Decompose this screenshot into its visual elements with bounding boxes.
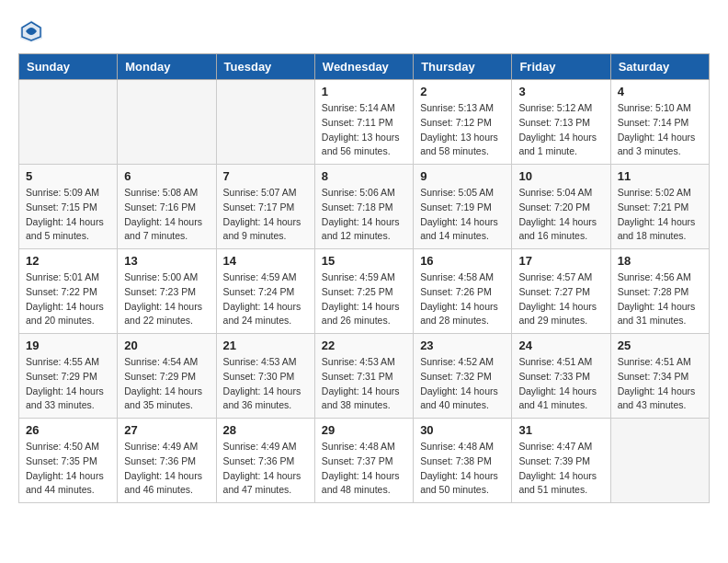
day-number: 9	[420, 169, 505, 183]
day-info: Sunrise: 4:52 AMSunset: 7:32 PMDaylight:…	[420, 355, 505, 413]
calendar-cell: 19Sunrise: 4:55 AMSunset: 7:29 PMDayligh…	[19, 334, 118, 419]
calendar-cell: 20Sunrise: 4:54 AMSunset: 7:29 PMDayligh…	[118, 334, 216, 419]
calendar-cell: 30Sunrise: 4:48 AMSunset: 7:38 PMDayligh…	[414, 419, 512, 503]
day-info: Sunrise: 4:51 AMSunset: 7:33 PMDaylight:…	[518, 355, 603, 413]
day-number: 11	[618, 169, 702, 183]
day-number: 28	[223, 423, 308, 437]
calendar-cell: 10Sunrise: 5:04 AMSunset: 7:20 PMDayligh…	[512, 165, 610, 249]
day-info: Sunrise: 5:05 AMSunset: 7:19 PMDaylight:…	[420, 186, 505, 244]
logo-icon	[18, 18, 44, 44]
day-info: Sunrise: 5:02 AMSunset: 7:21 PMDaylight:…	[618, 186, 702, 244]
day-info: Sunrise: 4:55 AMSunset: 7:29 PMDaylight:…	[26, 355, 110, 413]
calendar-cell: 16Sunrise: 4:58 AMSunset: 7:26 PMDayligh…	[414, 249, 512, 334]
day-number: 1	[322, 85, 406, 98]
day-info: Sunrise: 4:59 AMSunset: 7:24 PMDaylight:…	[223, 270, 308, 328]
weekday-header: Sunday	[19, 54, 118, 80]
calendar-cell: 26Sunrise: 4:50 AMSunset: 7:35 PMDayligh…	[19, 419, 118, 503]
weekday-header: Tuesday	[216, 54, 314, 80]
day-number: 29	[322, 423, 406, 437]
day-info: Sunrise: 5:14 AMSunset: 7:11 PMDaylight:…	[322, 101, 406, 159]
day-info: Sunrise: 5:00 AMSunset: 7:23 PMDaylight:…	[124, 270, 209, 328]
day-number: 14	[223, 254, 308, 268]
calendar-week-row: 26Sunrise: 4:50 AMSunset: 7:35 PMDayligh…	[19, 419, 710, 503]
day-info: Sunrise: 4:59 AMSunset: 7:25 PMDaylight:…	[322, 270, 406, 328]
day-number: 21	[223, 339, 308, 352]
day-info: Sunrise: 4:48 AMSunset: 7:38 PMDaylight:…	[420, 440, 505, 498]
day-info: Sunrise: 4:57 AMSunset: 7:27 PMDaylight:…	[518, 270, 603, 328]
header	[18, 18, 710, 44]
day-number: 6	[124, 169, 209, 183]
calendar-cell: 6Sunrise: 5:08 AMSunset: 7:16 PMDaylight…	[118, 165, 216, 249]
weekday-header: Saturday	[610, 54, 709, 80]
day-number: 18	[618, 254, 702, 268]
day-number: 13	[124, 254, 209, 268]
day-number: 7	[223, 169, 308, 183]
logo	[18, 18, 48, 44]
calendar-cell: 5Sunrise: 5:09 AMSunset: 7:15 PMDaylight…	[19, 165, 118, 249]
weekday-header: Wednesday	[314, 54, 413, 80]
calendar-cell: 4Sunrise: 5:10 AMSunset: 7:14 PMDaylight…	[610, 80, 709, 165]
calendar-cell: 15Sunrise: 4:59 AMSunset: 7:25 PMDayligh…	[314, 249, 413, 334]
day-info: Sunrise: 4:54 AMSunset: 7:29 PMDaylight:…	[124, 355, 209, 413]
day-number: 27	[124, 423, 209, 437]
calendar-cell: 25Sunrise: 4:51 AMSunset: 7:34 PMDayligh…	[610, 334, 709, 419]
calendar-cell: 22Sunrise: 4:53 AMSunset: 7:31 PMDayligh…	[314, 334, 413, 419]
calendar-cell	[216, 80, 314, 165]
day-info: Sunrise: 5:13 AMSunset: 7:12 PMDaylight:…	[420, 101, 505, 159]
day-number: 15	[322, 254, 406, 268]
day-number: 23	[420, 339, 505, 352]
weekday-header: Thursday	[414, 54, 512, 80]
calendar-cell: 21Sunrise: 4:53 AMSunset: 7:30 PMDayligh…	[216, 334, 314, 419]
day-info: Sunrise: 5:07 AMSunset: 7:17 PMDaylight:…	[223, 186, 308, 244]
day-number: 4	[618, 85, 702, 98]
day-info: Sunrise: 4:47 AMSunset: 7:39 PMDaylight:…	[518, 440, 603, 498]
calendar-cell	[19, 80, 118, 165]
day-info: Sunrise: 5:06 AMSunset: 7:18 PMDaylight:…	[322, 186, 406, 244]
day-number: 24	[518, 339, 603, 352]
day-number: 2	[420, 85, 505, 98]
calendar-week-row: 5Sunrise: 5:09 AMSunset: 7:15 PMDaylight…	[19, 165, 710, 249]
day-number: 22	[322, 339, 406, 352]
calendar-cell	[118, 80, 216, 165]
day-info: Sunrise: 4:49 AMSunset: 7:36 PMDaylight:…	[223, 440, 308, 498]
day-info: Sunrise: 5:01 AMSunset: 7:22 PMDaylight:…	[26, 270, 110, 328]
calendar-cell: 7Sunrise: 5:07 AMSunset: 7:17 PMDaylight…	[216, 165, 314, 249]
day-number: 17	[518, 254, 603, 268]
calendar-cell: 18Sunrise: 4:56 AMSunset: 7:28 PMDayligh…	[610, 249, 709, 334]
calendar-cell: 28Sunrise: 4:49 AMSunset: 7:36 PMDayligh…	[216, 419, 314, 503]
day-number: 3	[518, 85, 603, 98]
day-number: 26	[26, 423, 110, 437]
day-number: 10	[518, 169, 603, 183]
day-number: 19	[26, 339, 110, 352]
calendar-cell: 31Sunrise: 4:47 AMSunset: 7:39 PMDayligh…	[512, 419, 610, 503]
calendar-cell: 8Sunrise: 5:06 AMSunset: 7:18 PMDaylight…	[314, 165, 413, 249]
day-info: Sunrise: 4:51 AMSunset: 7:34 PMDaylight:…	[618, 355, 702, 413]
day-info: Sunrise: 5:08 AMSunset: 7:16 PMDaylight:…	[124, 186, 209, 244]
weekday-header: Friday	[512, 54, 610, 80]
day-number: 5	[26, 169, 110, 183]
day-number: 31	[518, 423, 603, 437]
calendar-table: SundayMondayTuesdayWednesdayThursdayFrid…	[18, 53, 710, 503]
day-info: Sunrise: 5:12 AMSunset: 7:13 PMDaylight:…	[518, 101, 603, 159]
calendar-cell: 29Sunrise: 4:48 AMSunset: 7:37 PMDayligh…	[314, 419, 413, 503]
day-info: Sunrise: 4:50 AMSunset: 7:35 PMDaylight:…	[26, 440, 110, 498]
calendar-cell: 13Sunrise: 5:00 AMSunset: 7:23 PMDayligh…	[118, 249, 216, 334]
day-number: 20	[124, 339, 209, 352]
day-info: Sunrise: 4:49 AMSunset: 7:36 PMDaylight:…	[124, 440, 209, 498]
calendar-cell: 14Sunrise: 4:59 AMSunset: 7:24 PMDayligh…	[216, 249, 314, 334]
calendar-cell: 9Sunrise: 5:05 AMSunset: 7:19 PMDaylight…	[414, 165, 512, 249]
day-info: Sunrise: 5:04 AMSunset: 7:20 PMDaylight:…	[518, 186, 603, 244]
day-number: 30	[420, 423, 505, 437]
calendar-cell: 3Sunrise: 5:12 AMSunset: 7:13 PMDaylight…	[512, 80, 610, 165]
day-info: Sunrise: 5:10 AMSunset: 7:14 PMDaylight:…	[618, 101, 702, 159]
calendar-cell: 2Sunrise: 5:13 AMSunset: 7:12 PMDaylight…	[414, 80, 512, 165]
day-info: Sunrise: 4:53 AMSunset: 7:30 PMDaylight:…	[223, 355, 308, 413]
calendar-cell: 27Sunrise: 4:49 AMSunset: 7:36 PMDayligh…	[118, 419, 216, 503]
day-number: 8	[322, 169, 406, 183]
day-info: Sunrise: 5:09 AMSunset: 7:15 PMDaylight:…	[26, 186, 110, 244]
calendar-header-row: SundayMondayTuesdayWednesdayThursdayFrid…	[19, 54, 710, 80]
calendar-cell: 17Sunrise: 4:57 AMSunset: 7:27 PMDayligh…	[512, 249, 610, 334]
day-info: Sunrise: 4:48 AMSunset: 7:37 PMDaylight:…	[322, 440, 406, 498]
calendar-cell: 11Sunrise: 5:02 AMSunset: 7:21 PMDayligh…	[610, 165, 709, 249]
day-info: Sunrise: 4:58 AMSunset: 7:26 PMDaylight:…	[420, 270, 505, 328]
